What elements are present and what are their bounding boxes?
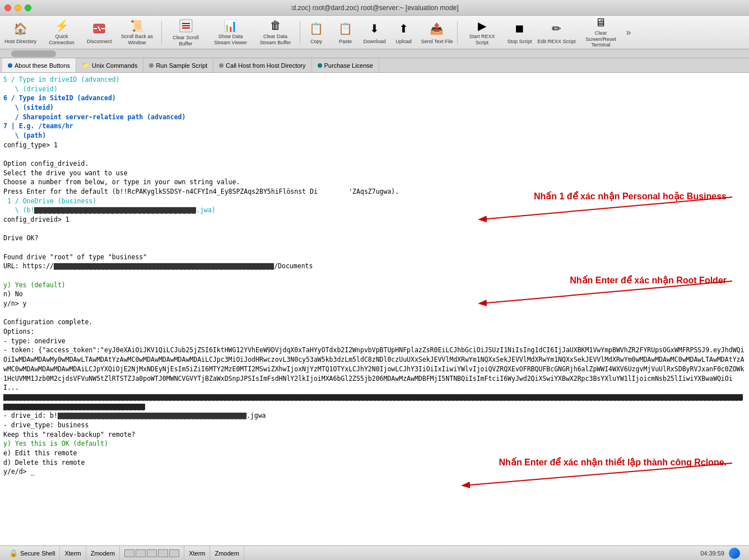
clear-data-stream-icon: 🗑 [267,19,285,32]
clear-screen-icon: 🖥 [592,16,610,29]
edit-rexx-icon: ✏ [547,20,565,38]
status-xterm-1[interactable]: Xterm [60,546,86,560]
status-clock: 04:39:59 [700,548,745,559]
disconnect-label: Disconnect [87,39,112,45]
tab-dot-about [8,63,12,68]
paste-icon: 📋 [337,20,355,38]
toolbar: 🏠 Host Directory ⚡ Quick Connection Disc… [0,16,749,49]
start-rexx-button[interactable]: ▶ Start REXX Script [460,18,504,47]
status-zmodem-1-label: Zmodem [91,550,115,557]
clear-screen-button[interactable]: 🖥 Clear Screen/Reset Terminal [579,18,622,47]
show-data-stream-label: Show Data Stream Viewer [211,34,250,46]
annotation-2: Nhấn Enter để xác nhận Root Folder [452,274,743,309]
tab-purchase[interactable]: Purchase License [312,58,379,72]
upload-button[interactable]: ⬆ Upload [390,18,418,47]
clear-scroll-buffer-label: Clear Scroll Buffer [166,35,206,47]
rclone-logo [729,548,740,559]
folder-icon-unix: 📁 [82,62,90,69]
download-icon: ⬇ [366,20,384,38]
scroll-back-label: Scroll Back as Window [118,34,157,46]
traffic-lights [4,4,31,11]
scroll-back-button[interactable]: 📜 Scroll Back as Window [115,18,159,47]
clear-data-stream-label: Clear Data Stream Buffer [256,34,295,46]
copy-icon: 📋 [308,20,325,38]
status-zmodem-2-label: Zmodem [215,550,239,557]
show-data-stream-icon: 📊 [222,19,240,32]
annotation-1: Nhấn 1 để xác nhận Personal hoặc Busines… [452,190,743,225]
quick-connection-button[interactable]: ⚡ Quick Connection [40,18,83,47]
host-directory-button[interactable]: 🏠 Host Directory [2,18,39,47]
close-button[interactable] [4,4,11,11]
tab-label-call: Call Host from Host Directory [226,62,305,69]
scroll-thumb[interactable] [11,50,56,57]
clear-scroll-buffer-button[interactable]: Clear Scroll Buffer [164,18,208,47]
main-window: :d.zoc) root@dard.zoc) root@server:~ [ev… [0,0,749,560]
toolbar-separator [161,21,162,44]
window-title: :d.zoc) root@dard.zoc) root@server:~ [ev… [290,4,458,12]
status-xterm-2[interactable]: Xterm [184,546,210,560]
download-button[interactable]: ⬇ Download [361,18,389,47]
status-box-2 [136,549,146,557]
upload-label: Upload [396,39,412,45]
stop-script-label: Stop Script [507,39,532,45]
annotation-text-2: Nhấn Enter để xác nhận Root Folder [570,274,727,287]
host-directory-label: Host Directory [4,39,36,45]
clear-scroll-buffer-icon [177,18,195,34]
status-xterm-2-label: Xterm [189,550,205,557]
secure-shell-icon: 🔒 [9,549,18,557]
start-rexx-icon: ▶ [473,19,491,32]
status-box-5 [169,549,179,557]
annotation-3: Nhấn Enter để xác nhận thiết lập thành c… [435,456,743,491]
tab-label-purchase: Purchase License [324,62,373,69]
status-secure-shell[interactable]: 🔒 Secure Shell [4,546,60,560]
tab-dot-sample [149,63,153,68]
copy-label: Copy [310,39,322,45]
host-directory-icon: 🏠 [12,20,30,38]
maximize-button[interactable] [25,4,31,11]
edit-rexx-label: Edit REXX Script [537,39,575,45]
annotation-text-3: Nhấn Enter để xác nhận thiết lập thành c… [499,456,727,469]
toolbar-separator-3 [457,21,458,44]
toolbar-separator-2 [300,21,300,44]
show-data-stream-button[interactable]: 📊 Show Data Stream Viewer [209,18,253,47]
disconnect-icon [90,20,108,38]
status-zmodem-2[interactable]: Zmodem [210,546,244,560]
clear-data-stream-button[interactable]: 🗑 Clear Data Stream Buffer [254,18,297,47]
paste-button[interactable]: 📋 Paste [332,18,360,47]
edit-rexx-button[interactable]: ✏ Edit REXX Script [535,18,578,47]
status-xterm-1-label: Xterm [64,550,81,557]
start-rexx-label: Start REXX Script [462,34,501,46]
tab-dot-purchase [318,63,322,68]
tab-label-sample: Run Sample Script [156,62,207,69]
send-text-file-icon: 📤 [428,20,446,38]
quick-connection-label: Quick Connection [42,34,81,46]
title-bar: :d.zoc) root@dard.zoc) root@server:~ [ev… [0,0,749,16]
status-indicator-boxes [120,546,184,560]
tab-run-sample[interactable]: Run Sample Script [143,58,213,72]
tab-label-unix: Unix Commands [92,62,137,69]
upload-icon: ⬆ [395,20,413,38]
stop-script-button[interactable]: ⏹ Stop Script [505,18,534,47]
status-box-3 [147,549,157,557]
send-text-file-button[interactable]: 📤 Send Text File [419,18,455,47]
disconnect-button[interactable]: Disconnect [85,18,114,47]
toolbar-more-button[interactable]: » [624,27,633,38]
annotation-text-1: Nhấn 1 để xác nhận Personal hoặc Busines… [534,190,727,203]
tab-about-buttons[interactable]: About these Buttons [2,58,76,72]
terminal-output[interactable]: 5 / Type in driveID (advanced) \ (drivei… [0,73,749,545]
copy-button[interactable]: 📋 Copy [303,18,331,47]
tab-label-about: About these Buttons [15,62,70,69]
status-zmodem-1[interactable]: Zmodem [86,546,120,560]
scroll-back-icon: 📜 [128,19,146,32]
status-time-value: 04:39:59 [700,550,724,557]
minimize-button[interactable] [15,4,21,11]
tab-dot-call [219,63,224,68]
status-bar: 🔒 Secure Shell Xterm Zmodem Xterm Zmodem… [0,545,749,560]
tab-call-host[interactable]: Call Host from Host Directory [213,58,311,72]
tab-unix-commands[interactable]: 📁 Unix Commands [76,58,143,72]
status-box-4 [158,549,168,557]
clear-screen-label: Clear Screen/Reset Terminal [581,30,620,48]
stop-script-icon: ⏹ [510,20,528,38]
paste-label: Paste [339,39,352,45]
send-text-file-label: Send Text File [421,39,453,45]
